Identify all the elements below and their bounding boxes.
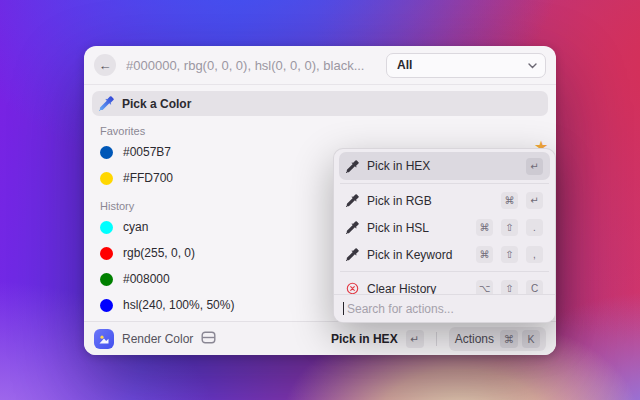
actions-label: Actions: [455, 332, 494, 346]
eyedropper-icon: [346, 194, 359, 207]
color-item-label: rgb(255, 0, 0): [123, 246, 195, 260]
popup-divider: [340, 183, 549, 184]
color-item-label: #008000: [123, 272, 170, 286]
primary-action-label[interactable]: Pick in HEX: [331, 332, 398, 346]
popup-divider: [340, 271, 549, 272]
back-button[interactable]: ←: [94, 54, 116, 76]
key-badge: ⇧: [501, 246, 518, 263]
color-swatch: [100, 273, 113, 286]
filter-dropdown[interactable]: All: [386, 53, 546, 78]
color-swatch: [100, 172, 113, 185]
color-picker-window: ← #000000, rbg(0, 0, 0), hsl(0, 0, 0), b…: [84, 46, 556, 355]
return-key-badge: ↵: [406, 330, 424, 348]
status-bar: Render Color Pick in HEX ↵ Actions ⌘K: [84, 321, 556, 355]
color-item-label: #0057B7: [123, 145, 171, 159]
action-item[interactable]: Pick in Keyword⌘⇧,: [339, 241, 550, 268]
footer-divider: [436, 332, 437, 346]
eyedropper-icon: [346, 160, 359, 173]
color-item-label: hsl(240, 100%, 50%): [123, 298, 234, 312]
render-color-app-icon: [94, 329, 114, 349]
eyedropper-icon: [346, 221, 359, 234]
window-header: ← #000000, rbg(0, 0, 0), hsl(0, 0, 0), b…: [84, 46, 556, 85]
key-badge: ,: [526, 246, 543, 263]
section-title: Favorites: [100, 125, 556, 137]
key-badge: ↵: [526, 192, 543, 209]
key-badge: ⌘: [501, 192, 518, 209]
text-caret: [343, 302, 344, 315]
actions-button[interactable]: Actions ⌘K: [449, 327, 546, 351]
actions-search-placeholder: Search for actions...: [347, 302, 454, 316]
action-item[interactable]: Pick in RGB⌘↵: [339, 187, 550, 214]
eyedropper-icon: [346, 248, 359, 261]
action-item[interactable]: Clear History⌥⇧C: [339, 275, 550, 295]
eyedropper-icon: [99, 96, 114, 111]
color-item-label: #FFD700: [123, 171, 173, 185]
color-item-label: cyan: [123, 220, 148, 234]
key-badge: ⌘: [476, 219, 493, 236]
key-badge: ⇧: [501, 280, 518, 295]
action-item-label: Clear History: [367, 282, 436, 296]
desktop-background: ← #000000, rbg(0, 0, 0), hsl(0, 0, 0), b…: [0, 0, 640, 400]
filter-dropdown-value: All: [397, 58, 412, 72]
app-name-label: Render Color: [122, 332, 193, 346]
pick-a-color-row[interactable]: Pick a Color: [92, 91, 548, 116]
key-badge: .: [526, 219, 543, 236]
key-badge: ⌘: [476, 246, 493, 263]
command-search-input[interactable]: #000000, rbg(0, 0, 0), hsl(0, 0, 0), bla…: [126, 58, 376, 73]
key-badge: C: [526, 280, 543, 295]
action-item-label: Pick in HSL: [367, 221, 429, 235]
color-swatch: [100, 247, 113, 260]
actions-search-input[interactable]: Search for actions...: [334, 294, 555, 322]
key-badge: K: [522, 330, 540, 348]
color-swatch: [100, 221, 113, 234]
chevron-down-icon: [528, 58, 537, 72]
pick-a-color-label: Pick a Color: [122, 97, 191, 111]
key-badge: ↵: [526, 158, 543, 175]
color-swatch: [100, 299, 113, 312]
action-item-label: Pick in HEX: [367, 159, 430, 173]
actions-popup-list: Pick in HEX↵Pick in RGB⌘↵Pick in HSL⌘⇧.P…: [334, 149, 555, 295]
actions-popup: Pick in HEX↵Pick in RGB⌘↵Pick in HSL⌘⇧.P…: [333, 148, 556, 323]
key-badge: ⌘: [500, 330, 518, 348]
action-item-label: Pick in RGB: [367, 194, 432, 208]
window-panel-icon[interactable]: [201, 330, 216, 348]
action-item-label: Pick in Keyword: [367, 248, 452, 262]
key-badge: ⌥: [476, 280, 493, 295]
action-item[interactable]: Pick in HEX↵: [339, 152, 550, 180]
color-swatch: [100, 146, 113, 159]
key-badge: ⇧: [501, 219, 518, 236]
action-item[interactable]: Pick in HSL⌘⇧.: [339, 214, 550, 241]
